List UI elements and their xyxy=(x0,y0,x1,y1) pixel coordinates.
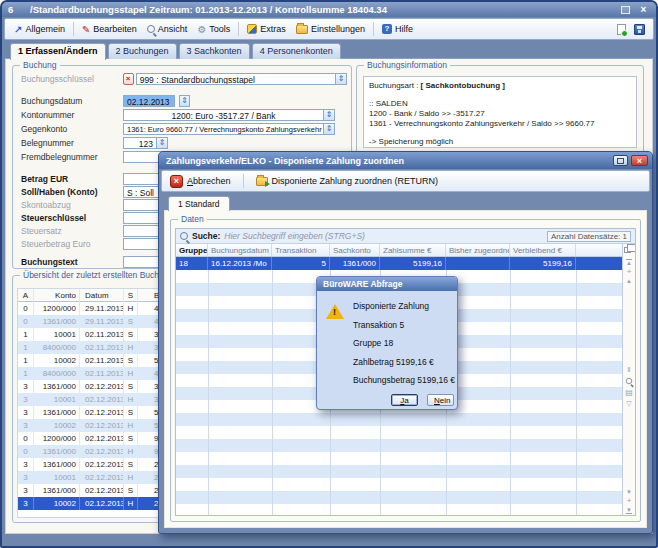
zoom-icon[interactable] xyxy=(626,378,632,384)
dialog-titlebar[interactable]: Zahlungsverkehr/ELKO - Disponierte Zahlu… xyxy=(159,152,652,169)
tab-personenkonten[interactable]: 4 Personenkonten xyxy=(252,43,341,59)
gegenkonto-combo[interactable]: 1361: Euro 9660.77 / Verrechnungskonto Z… xyxy=(123,123,335,135)
row-add-icon[interactable] xyxy=(627,269,632,275)
steuersatz-label: Steuersatz xyxy=(21,226,123,236)
extras-icon xyxy=(247,24,257,34)
row-add-bottom-icon[interactable] xyxy=(627,498,632,504)
window-title: /Standardbuchungsstapel Zeitraum: 01.201… xyxy=(30,4,609,15)
buchungsinformation-text: Buchungsart : [ Sachkontobuchung ] :: SA… xyxy=(363,76,637,148)
msgbox-line: Disponierte Zahlung xyxy=(353,301,453,311)
dialog-close-icon[interactable] xyxy=(631,155,648,166)
dialog-toolbar: Abbrechen Disponierte Zahlung zuordnen (… xyxy=(161,170,650,192)
window-titlebar[interactable]: 6 /Standardbuchungsstapel Zeitraum: 01.2… xyxy=(2,2,656,17)
window-number: 6 xyxy=(8,4,20,15)
menu-item-tools[interactable]: Tools xyxy=(192,22,235,37)
belegnummer-label: Belegnummer xyxy=(21,138,123,148)
tab-sachkonten[interactable]: 3 Sachkonten xyxy=(179,43,250,59)
new-document-icon[interactable] xyxy=(617,24,626,35)
help-icon xyxy=(382,24,392,34)
buroware-window: 6 /Standardbuchungsstapel Zeitraum: 01.2… xyxy=(0,0,658,548)
buchungsdatum-field[interactable]: 02.12.2013 xyxy=(123,95,175,107)
tab-buchungen[interactable]: 2 Buchungen xyxy=(108,43,177,59)
yes-button[interactable]: Ja xyxy=(391,394,418,406)
warning-icon xyxy=(326,304,344,319)
spinner-icon[interactable] xyxy=(179,95,190,107)
tab-standard[interactable]: 1 Standard xyxy=(168,196,230,211)
daten-group-label: Daten xyxy=(178,214,207,224)
msgbox-line: Buchungsbetrag 5199,16 € xyxy=(353,375,453,385)
col-bisher-zugeordnet[interactable]: Bisher zugeordnet xyxy=(446,244,510,256)
menu-item-einstellungen[interactable]: Einstellungen xyxy=(291,22,370,36)
belegnummer-field[interactable]: 123 xyxy=(123,137,157,149)
menu-item-ansicht[interactable]: Ansicht xyxy=(142,22,193,36)
col-konto[interactable]: Konto xyxy=(34,289,80,302)
buchungsinformation-group: Buchungsinformation Buchungsart : [ Sach… xyxy=(356,65,644,155)
cancel-button[interactable]: Abbrechen xyxy=(167,174,234,189)
grid-header: Gruppe Buchungsdatum Transaktion Sachkon… xyxy=(176,244,622,257)
assign-payment-button[interactable]: Disponierte Zahlung zuordnen (RETURN) xyxy=(253,175,442,187)
payment-row-selected[interactable]: 18 16.12.2013 /Mo 5 1361/000 5199,16 519… xyxy=(176,257,622,270)
dropdown-icon[interactable] xyxy=(323,124,334,134)
copy-icon[interactable] xyxy=(624,247,631,253)
col-a[interactable]: A xyxy=(18,289,34,302)
buchung-group-label: Buchung xyxy=(20,60,60,70)
col-sachkonto[interactable]: Sachkonto xyxy=(330,244,380,256)
dropdown-icon[interactable] xyxy=(323,110,334,120)
scroll-last-icon[interactable] xyxy=(626,507,632,514)
col-buchungsdatum[interactable]: Buchungsdatum xyxy=(208,244,272,256)
col-zahlsumme[interactable]: Zahlsumme € xyxy=(380,244,446,256)
scroll-up-icon[interactable] xyxy=(626,278,632,284)
spinner-icon[interactable] xyxy=(157,137,168,149)
menu-item-extras[interactable]: Extras xyxy=(242,22,291,36)
kontonummer-combo[interactable]: 1200: Euro -3517.27 / Bank xyxy=(123,109,335,121)
menu-separator xyxy=(73,22,74,36)
col-filler xyxy=(576,244,622,256)
buchungsinformation-group-label: Buchungsinformation xyxy=(364,60,450,70)
col-verbleibend[interactable]: Verbleibend € xyxy=(510,244,576,256)
search-placeholder: Hier Suchbegriff eingeben (STRG+S) xyxy=(224,231,543,241)
window-close-icon[interactable] xyxy=(637,4,650,15)
save-icon[interactable] xyxy=(634,24,645,35)
grid-view-icon[interactable] xyxy=(625,388,633,397)
menu-separator xyxy=(238,22,239,36)
edit-pencil-icon xyxy=(82,24,90,35)
menu-item-hilfe[interactable]: Hilfe xyxy=(377,22,418,36)
buchungsdatum-label: Buchungsdatum xyxy=(21,96,123,106)
col-s[interactable]: S xyxy=(124,289,138,302)
gear-icon xyxy=(197,24,206,35)
menu-item-allgemein[interactable]: Allgemein xyxy=(9,22,70,37)
msgbox-line: Gruppe 18 xyxy=(353,338,453,348)
toolbar-separator xyxy=(243,174,244,188)
folder-icon xyxy=(296,25,308,34)
search-input[interactable]: Suche: Hier Suchbegriff eingeben (STRG+S… xyxy=(176,229,635,244)
window-restore-icon[interactable] xyxy=(619,4,632,15)
scroll-down-icon[interactable] xyxy=(626,489,632,495)
main-tabs: 1 Erfassen/Ändern 2 Buchungen 3 Sachkont… xyxy=(10,43,341,59)
col-datum[interactable]: Datum xyxy=(80,289,124,302)
dialog-title: Zahlungsverkehr/ELKO - Disponierte Zahlu… xyxy=(166,156,610,166)
dropdown-icon[interactable] xyxy=(335,74,346,84)
msgbox-line: Transaktion 5 xyxy=(353,320,453,330)
no-button[interactable]: Nein xyxy=(427,394,454,406)
fremdbelegnummer-label: Fremdbelegnummer xyxy=(21,152,123,162)
menu-item-bearbeiten[interactable]: Bearbeiten xyxy=(77,22,142,37)
buroware-abfrage-msgbox: BüroWARE Abfrage Disponierte Zahlung Tra… xyxy=(316,276,458,410)
assign-folder-icon xyxy=(256,177,268,186)
buchungsschluessel-combo[interactable]: 999 : Standardbuchungsstapel xyxy=(136,73,347,85)
col-transaktion[interactable]: Transaktion xyxy=(272,244,330,256)
scroll-first-icon[interactable] xyxy=(626,259,632,266)
filter-icon[interactable] xyxy=(626,400,631,408)
msgbox-titlebar[interactable]: BüroWARE Abfrage xyxy=(317,277,457,291)
col-gruppe[interactable]: Gruppe xyxy=(176,244,208,256)
skontoabzug-label: Skontoabzug xyxy=(21,200,123,210)
arrow-ne-icon xyxy=(14,24,22,35)
dialog-restore-icon[interactable] xyxy=(613,155,628,166)
buchungsschluessel-value: 999 : Standardbuchungsstapel xyxy=(137,74,335,84)
menu-separator xyxy=(373,22,374,36)
gegenkonto-label: Gegenkonto xyxy=(21,124,123,134)
tab-erfassen-aendern[interactable]: 1 Erfassen/Ändern xyxy=(10,43,106,60)
clear-icon[interactable] xyxy=(123,73,134,85)
split-view-icon[interactable] xyxy=(627,365,630,374)
kontonummer-label: Kontonummer xyxy=(21,110,123,120)
betrag-eur-label: Betrag EUR xyxy=(21,174,123,184)
